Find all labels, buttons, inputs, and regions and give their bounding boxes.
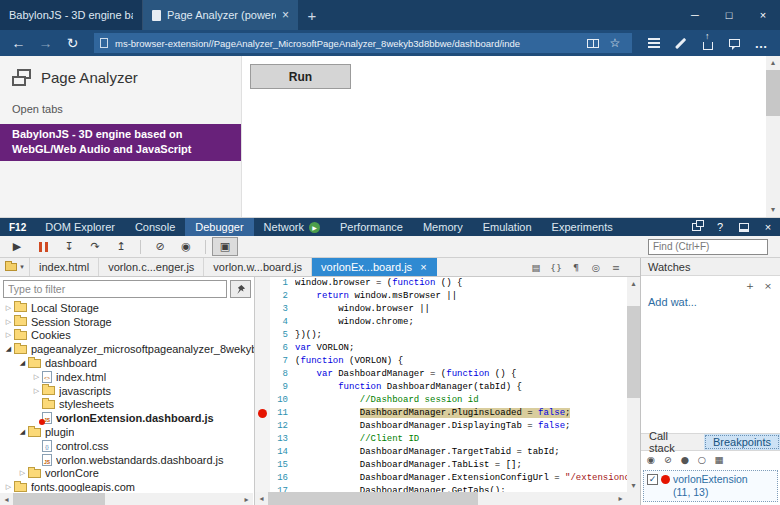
collapse-arrow-icon[interactable]: ◢ [17,359,28,367]
scroll-up-icon[interactable]: ▴ [627,277,640,290]
pretty-print-icon[interactable]: {} [548,260,564,275]
undock-icon[interactable] [684,218,708,236]
scroll-down-icon[interactable]: ▾ [766,203,780,217]
expand-arrow-icon[interactable]: ▷ [31,373,42,381]
code-text[interactable]: //Client ID [295,433,627,446]
breakpoint-margin[interactable] [255,342,270,355]
forward-button[interactable]: → [32,32,59,54]
hub-icon[interactable] [640,32,667,54]
scroll-left-icon[interactable]: ◂ [255,494,268,503]
devtools-tab-memory[interactable]: Memory [413,218,473,236]
devtools-tab-experiments[interactable]: Experiments [542,218,623,236]
minimize-button[interactable]: ─ [678,0,712,30]
delete-watches-icon[interactable]: × [760,278,776,293]
devtools-tab-dom-explorer[interactable]: DOM Explorer [35,218,125,236]
breakpoint-margin[interactable] [255,355,270,368]
share-icon[interactable] [694,32,721,54]
exception-breakpoint-icon[interactable]: ⊘ [660,452,676,467]
code-text[interactable]: DashboardManager.TabList = []; [295,459,627,472]
word-wrap-icon[interactable]: ¶ [568,260,584,275]
breakpoint-margin[interactable] [255,329,270,342]
code-text[interactable]: return window.msBrowser || [295,290,627,303]
show-source-files-icon[interactable]: ▤ [528,260,544,275]
browser-tab-babylonjs[interactable]: BabylonJS - 3D engine base [0,0,143,30]
scroll-right-icon[interactable]: ▸ [614,494,627,503]
tree-item-vorlonextension-dashboard-js[interactable]: vorlonExtension.dashboard.js [0,411,254,425]
continue-icon[interactable]: ▶ [4,237,30,256]
tree-item-session-storage[interactable]: ▷Session Storage [0,315,254,329]
code-text[interactable]: })(); [295,329,627,342]
enable-all-breakpoints-icon[interactable]: ● [677,452,693,467]
scrollbar-thumb[interactable] [13,493,105,505]
break-on-new-worker-icon[interactable]: ◉ [173,237,199,256]
expand-arrow-icon[interactable]: ▷ [3,483,14,491]
code-text[interactable]: var VORLON; [295,342,627,355]
tab-breakpoints[interactable]: Breakpoints [704,434,780,450]
expand-arrow-icon[interactable]: ▷ [31,387,42,395]
run-button[interactable]: Run [250,64,351,89]
tree-item-vorloncore[interactable]: ▷vorlonCore [0,467,254,481]
breakpoint-margin[interactable] [255,290,270,303]
more-actions-button[interactable]: … [748,32,775,54]
add-breakpoint-icon[interactable]: ◉ [643,452,659,467]
breakpoint-margin[interactable] [255,381,270,394]
breakpoint-margin[interactable] [255,303,270,316]
tree-item-fonts-googleapis-com[interactable]: ▷fonts.googleapis.com [0,480,254,492]
breakpoint-margin[interactable] [255,485,270,492]
new-tab-button[interactable]: + [298,0,326,30]
refresh-button[interactable]: ↻ [59,32,86,54]
devtools-tab-performance[interactable]: Performance [330,218,413,236]
tree-item-local-storage[interactable]: ▷Local Storage [0,301,254,315]
dock-bottom-icon[interactable] [732,218,756,236]
devtools-tab-emulation[interactable]: Emulation [473,218,542,236]
tree-item-vorlon-webstandards-dashboard-js[interactable]: vorlon.webstandards.dashboard.js [0,453,254,467]
code-text[interactable]: function DashboardManager(tabId) { [295,381,627,394]
maximize-button[interactable]: □ [712,0,746,30]
code-text[interactable]: DashboardManager.DisplayingTab = false; [295,420,627,433]
devtools-tab-network[interactable]: Network▶ [254,218,330,236]
back-button[interactable]: ← [5,32,32,54]
breakpoint-margin[interactable] [255,394,270,407]
breakpoint-checkbox[interactable]: ✓ [647,474,658,485]
editor-vertical-scrollbar[interactable]: ▴ ▾ [627,277,640,492]
add-watch-link[interactable]: Add wat... [641,293,780,308]
document-tab-vorlonex-board-js[interactable]: vorlonEx...board.js× [312,258,437,276]
breakpoint-margin[interactable] [255,316,270,329]
exception-control-icon[interactable]: ⊘ [147,237,173,256]
scrollbar-thumb[interactable] [766,70,780,116]
pin-file-picker-button[interactable] [230,280,251,298]
editor-horizontal-scrollbar[interactable]: ◂ ▸ [255,492,627,505]
breakpoint-margin[interactable] [255,368,270,381]
breakpoint-margin[interactable] [255,420,270,433]
tree-item-dashboard[interactable]: ◢dashboard [0,356,254,370]
code-text[interactable]: window.browser || [295,303,627,316]
code-text[interactable]: //Dashboard session id [295,394,627,407]
add-watch-icon[interactable]: + [742,278,758,293]
browser-tab-page-analyzer[interactable]: Page Analyzer (powere... × [143,0,298,30]
scrollbar-thumb[interactable] [268,492,478,505]
close-tab-icon[interactable]: × [282,8,289,22]
code-text[interactable]: var DashboardManager = (function () { [295,368,627,381]
tree-item-pageanalyzer-microsoftpageanalyzer-8wekyb3d8bbwe[interactable]: ◢pageanalyzer_microsoftpageanalyzer_8wek… [0,342,254,356]
code-lines[interactable]: 1window.browser = (function () {2 return… [255,277,627,492]
breakpoint-margin[interactable] [255,407,270,420]
breakpoint-margin[interactable] [255,459,270,472]
scroll-down-icon[interactable]: ▾ [627,479,640,492]
toggle-all-breakpoints-icon[interactable]: ◎ [588,260,604,275]
source-settings-icon[interactable]: ≡ [608,260,624,275]
tree-item-stylesheets[interactable]: stylesheets [0,398,254,412]
scroll-left-icon[interactable]: ◂ [0,495,13,504]
step-out-icon[interactable]: ↥ [108,237,134,256]
web-note-icon[interactable] [667,32,694,54]
expand-arrow-icon[interactable]: ▷ [17,469,28,477]
tree-item-control-css[interactable]: control.css [0,439,254,453]
breakpoint-margin[interactable] [255,472,270,485]
find-input[interactable] [648,239,768,255]
expand-arrow-icon[interactable]: ▷ [3,304,14,312]
close-document-icon[interactable]: × [420,261,426,273]
tree-item-plugin[interactable]: ◢plugin [0,425,254,439]
code-text[interactable]: window.browser = (function () { [295,277,627,290]
close-window-button[interactable]: × [746,0,780,30]
delete-all-breakpoints-icon[interactable]: ▦ [711,452,727,467]
code-text[interactable]: DashboardManager.PluginsLoaded = false; [295,407,627,420]
